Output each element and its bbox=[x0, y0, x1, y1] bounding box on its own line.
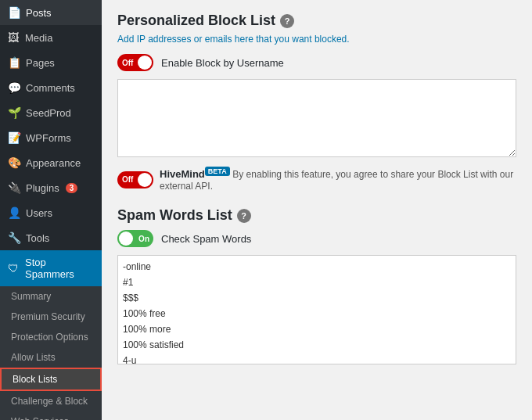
spam-word-item: 100% more bbox=[123, 321, 511, 337]
spam-words-list-help-icon[interactable]: ? bbox=[237, 209, 251, 223]
sidebar-item-label: Pages bbox=[26, 57, 55, 69]
spam-words-list-box[interactable]: -online#1$$$100% free100% more100% satis… bbox=[117, 255, 516, 364]
sidebar-item-users[interactable]: 👤 Users bbox=[0, 200, 102, 225]
plugins-icon: 🔌 bbox=[8, 181, 21, 194]
hivemind-brand-text: HiveMindBETA By enabling this feature, y… bbox=[160, 167, 516, 192]
hivemind-toggle[interactable]: Off bbox=[117, 171, 153, 188]
sub-menu: Summary Premium Security Protection Opti… bbox=[0, 286, 102, 420]
sidebar-item-pages[interactable]: 📋 Pages bbox=[0, 50, 102, 75]
sidebar-item-seedprod[interactable]: 🌱 SeedProd bbox=[0, 100, 102, 125]
premium-security-label: Premium Security bbox=[11, 311, 85, 322]
sidebar-item-wpforms[interactable]: 📝 WPForms bbox=[0, 125, 102, 150]
enable-block-row: Off Enable Block by Username bbox=[117, 54, 516, 71]
main-content: Personalized Block List ? Add IP address… bbox=[102, 0, 532, 420]
spam-word-item: #1 bbox=[123, 275, 511, 290]
summary-label: Summary bbox=[11, 291, 51, 302]
enable-block-label: Enable Block by Username bbox=[161, 57, 284, 69]
spam-word-item: -online bbox=[123, 259, 511, 275]
sidebar-item-label: Appearance bbox=[26, 157, 81, 169]
sidebar-item-media[interactable]: 🖼 Media bbox=[0, 25, 102, 50]
check-spam-row: On Check Spam Words bbox=[117, 230, 516, 247]
spam-word-item: $$$ bbox=[123, 290, 511, 306]
hivemind-row: Off HiveMindBETA By enabling this featur… bbox=[117, 167, 516, 192]
enable-block-toggle-label: Off bbox=[122, 59, 133, 67]
sidebar-item-label: Comments bbox=[26, 82, 75, 94]
hivemind-toggle-label: Off bbox=[122, 175, 133, 184]
check-spam-toggle-knob bbox=[119, 232, 133, 246]
sidebar-item-appearance[interactable]: 🎨 Appearance bbox=[0, 150, 102, 175]
check-spam-toggle[interactable]: On bbox=[117, 230, 153, 247]
plugins-badge: 3 bbox=[66, 183, 78, 193]
challenge-block-label: Challenge & Block bbox=[11, 396, 88, 407]
hivemind-toggle-knob bbox=[138, 173, 152, 187]
sidebar-item-label: Media bbox=[25, 32, 52, 44]
sidebar-item-label: Tools bbox=[26, 232, 49, 244]
spam-words-list-section: Spam Words List ? On Check Spam Words -o… bbox=[117, 207, 516, 364]
block-list-textarea[interactable] bbox=[117, 79, 516, 157]
enable-block-toggle[interactable]: Off bbox=[117, 54, 153, 71]
enable-block-toggle-knob bbox=[138, 56, 152, 70]
sidebar-item-label: Posts bbox=[26, 7, 52, 19]
spam-words-list-title: Spam Words List ? bbox=[117, 207, 516, 224]
comments-icon: 💬 bbox=[8, 81, 21, 94]
personalized-block-list-help-icon[interactable]: ? bbox=[280, 14, 294, 28]
personalized-block-list-section: Personalized Block List ? Add IP address… bbox=[117, 13, 516, 192]
web-services-label: Web Services bbox=[11, 416, 69, 420]
sidebar-item-posts[interactable]: 📄 Posts bbox=[0, 0, 102, 25]
pages-icon: 📋 bbox=[8, 56, 21, 69]
sidebar-item-plugins[interactable]: 🔌 Plugins 3 bbox=[0, 175, 102, 200]
spam-word-item: 4-u bbox=[123, 353, 511, 364]
sidebar-item-label: Plugins bbox=[26, 182, 59, 194]
tools-icon: 🔧 bbox=[8, 232, 21, 244]
appearance-icon: 🎨 bbox=[8, 156, 21, 169]
protection-options-label: Protection Options bbox=[11, 332, 88, 343]
sidebar-item-summary[interactable]: Summary bbox=[0, 286, 102, 307]
allow-lists-label: Allow Lists bbox=[11, 352, 56, 363]
sidebar-item-allow-lists[interactable]: Allow Lists bbox=[0, 347, 102, 368]
block-lists-label: Block Lists bbox=[13, 374, 57, 385]
personalized-block-list-title: Personalized Block List ? bbox=[117, 13, 516, 29]
check-spam-toggle-label: On bbox=[138, 235, 149, 243]
sidebar-item-challenge-block[interactable]: Challenge & Block bbox=[0, 391, 102, 411]
spam-word-item: 100% free bbox=[123, 306, 511, 321]
sidebar-item-block-lists[interactable]: Block Lists bbox=[0, 368, 102, 391]
sidebar-item-label: WPForms bbox=[26, 132, 71, 144]
sidebar-item-tools[interactable]: 🔧 Tools bbox=[0, 225, 102, 250]
sidebar-item-label: Stop Spammers bbox=[25, 257, 94, 280]
sidebar-item-label: Users bbox=[26, 207, 52, 219]
spam-word-item: 100% satisfied bbox=[123, 337, 511, 353]
check-spam-label: Check Spam Words bbox=[161, 233, 251, 245]
sidebar-item-comments[interactable]: 💬 Comments bbox=[0, 75, 102, 100]
sidebar-item-web-services[interactable]: Web Services bbox=[0, 411, 102, 420]
sidebar: 📄 Posts 🖼 Media 📋 Pages 💬 Comments 🌱 See… bbox=[0, 0, 102, 420]
sidebar-item-protection-options[interactable]: Protection Options bbox=[0, 327, 102, 347]
sidebar-item-stop-spammers[interactable]: 🛡 Stop Spammers bbox=[0, 250, 102, 286]
stop-spammers-icon: 🛡 bbox=[8, 262, 20, 275]
seedprod-icon: 🌱 bbox=[8, 106, 21, 119]
wpforms-icon: 📝 bbox=[8, 131, 21, 144]
users-icon: 👤 bbox=[8, 206, 21, 219]
sidebar-item-premium-security[interactable]: Premium Security bbox=[0, 307, 102, 327]
hivemind-beta-badge: BETA bbox=[205, 167, 230, 176]
personalized-block-list-description: Add IP addresses or emails here that you… bbox=[117, 34, 516, 45]
media-icon: 🖼 bbox=[8, 31, 20, 44]
posts-icon: 📄 bbox=[8, 6, 21, 19]
sidebar-item-label: SeedProd bbox=[26, 107, 71, 119]
